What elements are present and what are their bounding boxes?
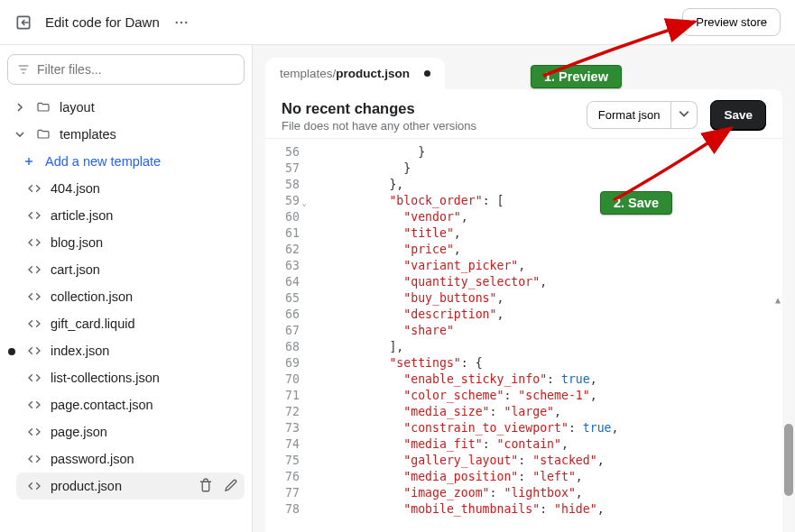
format-json-button[interactable]: Format json — [587, 101, 672, 129]
code-file-icon — [27, 235, 42, 250]
tab-file: product.json — [336, 67, 410, 80]
file-item[interactable]: list-collections.json — [16, 364, 245, 391]
folder-templates[interactable]: templates — [7, 121, 245, 148]
svg-point-3 — [185, 21, 187, 23]
file-label: 404.json — [51, 181, 239, 196]
add-template-label: Add a new template — [45, 154, 239, 169]
code-file-icon — [27, 398, 42, 412]
file-item[interactable]: 404.json — [16, 175, 245, 202]
svg-point-1 — [175, 21, 177, 23]
file-label: gift_card.liquid — [51, 316, 239, 331]
file-tree: layout templates Add a new template 404.… — [7, 94, 245, 532]
svg-point-2 — [180, 21, 182, 23]
file-label: cart.json — [51, 262, 239, 277]
file-label: article.json — [51, 208, 239, 223]
save-button[interactable]: Save — [710, 100, 766, 130]
delete-file-icon[interactable] — [198, 477, 214, 496]
filter-files-input[interactable] — [7, 54, 245, 85]
editor-pane: templates/product.json No recent changes… — [253, 45, 795, 532]
more-icon[interactable] — [172, 14, 190, 32]
code-file-icon — [27, 344, 42, 358]
file-item[interactable]: collection.json — [16, 283, 245, 310]
file-item[interactable]: product.json — [16, 472, 245, 500]
chevron-down-icon — [679, 108, 689, 122]
file-item[interactable]: page.contact.json — [16, 391, 245, 418]
file-item[interactable]: cart.json — [16, 256, 245, 283]
dirty-dot — [7, 344, 18, 358]
file-item[interactable]: password.json — [16, 445, 245, 472]
editor-scrollbar-thumb[interactable] — [784, 424, 793, 496]
file-header: No recent changes File does not have any… — [265, 89, 782, 138]
folder-layout[interactable]: layout — [7, 94, 245, 121]
folder-label: layout — [60, 100, 239, 115]
chevron-right-icon — [13, 100, 27, 115]
file-item[interactable]: gift_card.liquid — [16, 310, 245, 337]
file-item[interactable]: blog.json — [16, 229, 245, 256]
code-file-icon — [27, 316, 42, 331]
preview-store-button[interactable]: Preview store — [682, 8, 781, 36]
file-label: product.json — [51, 479, 189, 493]
tab-dirty-indicator — [424, 70, 430, 77]
code-file-icon — [27, 479, 42, 493]
plus-icon — [22, 154, 36, 169]
file-label: page.contact.json — [51, 398, 239, 412]
chevron-down-icon — [13, 127, 27, 142]
code-file-icon — [27, 181, 42, 196]
file-label: blog.json — [51, 235, 239, 250]
file-item[interactable]: page.json — [16, 418, 245, 445]
file-label: list-collections.json — [51, 371, 239, 385]
rename-file-icon[interactable] — [223, 477, 239, 496]
header-subtitle: File does not have any other versions — [282, 119, 476, 133]
exit-icon[interactable] — [14, 14, 32, 32]
folder-icon — [36, 100, 51, 115]
sidebar: layout templates Add a new template 404.… — [0, 45, 253, 532]
code-file-icon — [27, 425, 42, 439]
filter-icon — [16, 62, 31, 77]
add-template-link[interactable]: Add a new template — [16, 148, 245, 175]
format-json-dropdown[interactable] — [671, 101, 698, 129]
top-bar: Edit code for Dawn Preview store — [0, 0, 795, 45]
file-item[interactable]: index.json — [16, 337, 245, 364]
scrollbar-up-icon[interactable]: ▲ — [775, 292, 781, 308]
code-editor[interactable]: 56575859⌄6061626364656667686970717273747… — [265, 138, 782, 532]
code-file-icon — [27, 371, 42, 385]
code-file-icon — [27, 208, 42, 223]
file-item[interactable]: article.json — [16, 202, 245, 229]
file-tab[interactable]: templates/product.json — [265, 58, 445, 89]
code-file-icon — [27, 262, 42, 277]
page-title: Edit code for Dawn — [45, 14, 160, 30]
file-label: collection.json — [51, 289, 239, 304]
folder-icon — [36, 127, 51, 142]
code-file-icon — [27, 289, 42, 304]
folder-label: templates — [60, 127, 239, 142]
tab-dir: templates/ — [280, 67, 336, 80]
file-label: page.json — [51, 425, 239, 439]
code-file-icon — [27, 452, 42, 466]
header-title: No recent changes — [282, 100, 476, 117]
file-label: index.json — [51, 344, 239, 358]
file-label: password.json — [51, 452, 239, 466]
